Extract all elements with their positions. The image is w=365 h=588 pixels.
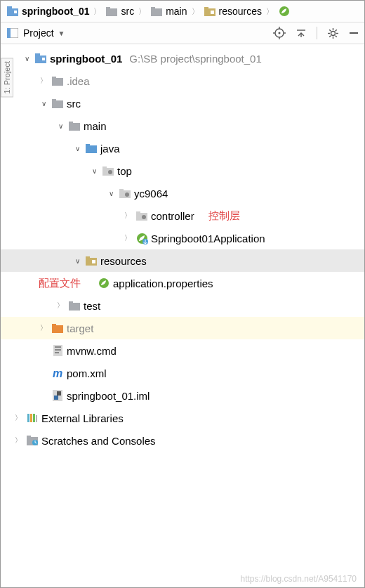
spring-file-icon <box>278 5 291 18</box>
tree-label: test <box>84 300 100 312</box>
chevron-right-icon[interactable]: 〉 <box>39 76 48 86</box>
chevron-down-icon[interactable]: ∨ <box>89 167 99 175</box>
package-icon <box>135 209 148 222</box>
tree-label: .idea <box>67 75 90 87</box>
project-tree: ∨ springboot_01 G:\SB project\springboot… <box>1 44 364 452</box>
chevron-down-icon[interactable]: ∨ <box>106 190 116 197</box>
package-icon <box>102 164 114 177</box>
svg-rect-63 <box>55 349 61 351</box>
watermark: https://blog.csdn.net/A9541170 <box>241 574 357 584</box>
breadcrumb-label: springboot_01 <box>22 6 89 17</box>
module-icon <box>6 5 19 18</box>
svg-rect-68 <box>57 391 61 396</box>
svg-rect-6 <box>151 7 155 9</box>
svg-rect-43 <box>102 166 107 169</box>
tree-label: main <box>84 120 107 132</box>
chevron-down-icon[interactable]: ∨ <box>72 257 82 265</box>
chevron-down-icon[interactable]: ∨ <box>22 55 32 63</box>
svg-rect-55 <box>92 260 95 263</box>
tree-row-resources[interactable]: ∨ resources <box>1 249 364 272</box>
chevron-right-icon[interactable]: 〉 <box>13 413 23 423</box>
separator <box>317 27 317 39</box>
hide-icon[interactable] <box>349 28 359 38</box>
svg-rect-1 <box>7 6 12 9</box>
tree-row-yc[interactable]: ∨ yc9064 <box>1 182 364 204</box>
breadcrumb-item-springboot[interactable]: springboot_01 <box>6 5 89 18</box>
gear-icon[interactable] <box>327 27 339 39</box>
source-folder-icon <box>85 142 98 155</box>
tree-row-app-class[interactable]: 〉 Springboot01Application <box>1 227 364 249</box>
tree-row-top[interactable]: ∨ top <box>1 159 364 182</box>
annotation-props: 配置文件 <box>39 277 81 290</box>
svg-rect-69 <box>27 414 29 422</box>
tree-row-scratches[interactable]: 〉 Scratches and Consoles <box>1 429 364 452</box>
svg-rect-54 <box>86 256 90 259</box>
breadcrumb: springboot_01 〉 src 〉 main 〉 resources 〉 <box>1 1 364 22</box>
collapse-all-icon[interactable] <box>296 27 307 39</box>
svg-rect-34 <box>52 78 63 86</box>
tree-label: java <box>100 143 120 155</box>
breadcrumb-item-main[interactable]: main <box>150 5 187 18</box>
spring-class-icon <box>135 232 148 244</box>
locate-icon[interactable] <box>273 27 286 39</box>
breadcrumb-label: src <box>121 6 134 17</box>
svg-rect-36 <box>52 100 63 108</box>
tree-row-idea[interactable]: 〉 .idea <box>1 70 364 92</box>
chevron-right-icon[interactable]: 〉 <box>13 436 23 445</box>
svg-rect-30 <box>350 32 358 34</box>
svg-point-50 <box>142 215 146 219</box>
chevron-down-icon[interactable]: ∨ <box>55 122 65 130</box>
tree-row-java[interactable]: ∨ java <box>1 137 364 159</box>
tree-row-controller[interactable]: 〉 controller 控制层 <box>1 204 364 227</box>
svg-rect-40 <box>86 145 97 153</box>
tree-label: pom.xml <box>67 367 107 379</box>
breadcrumb-label: resources <box>219 6 262 17</box>
tree-row-mvnw[interactable]: · mvnw.cmd <box>1 339 364 362</box>
tree-row-iml[interactable]: · springboot_01.iml <box>1 384 364 407</box>
chevron-right-icon[interactable]: 〉 <box>123 211 133 221</box>
scratches-icon <box>26 434 39 447</box>
chevron-right-icon[interactable]: 〉 <box>55 301 65 311</box>
view-label: Project <box>23 27 54 39</box>
chevron-down-icon[interactable]: ∨ <box>72 145 82 152</box>
svg-text:m: m <box>53 367 62 379</box>
tree-label: Springboot01Application <box>151 233 265 244</box>
resources-folder-icon <box>85 254 98 267</box>
tree-row-target[interactable]: 〉 target <box>1 317 364 339</box>
file-icon <box>51 344 64 357</box>
svg-rect-35 <box>52 77 56 79</box>
breadcrumb-item-src[interactable]: src <box>105 5 134 18</box>
breadcrumb-item-resources[interactable]: resources <box>204 5 262 18</box>
svg-rect-32 <box>35 53 40 56</box>
folder-icon <box>68 119 81 132</box>
tree-row-main[interactable]: ∨ main <box>1 115 364 137</box>
tree-row-app-props[interactable]: 配置文件 application.properties <box>1 272 364 294</box>
svg-rect-64 <box>55 352 59 353</box>
chevron-right-icon[interactable]: 〉 <box>39 323 48 333</box>
module-file-icon <box>51 389 64 402</box>
chevron-down-icon[interactable]: ∨ <box>39 100 48 107</box>
tree-row-src[interactable]: ∨ src <box>1 92 364 115</box>
tree-label: springboot_01.iml <box>67 390 150 402</box>
tree-path: G:\SB project\springboot_01 <box>129 53 261 65</box>
svg-rect-38 <box>69 123 80 131</box>
project-tab[interactable]: 1: Project <box>1 58 13 97</box>
tree-label: resources <box>100 255 147 267</box>
tree-row-test[interactable]: 〉 test <box>1 294 364 317</box>
svg-rect-62 <box>55 346 61 348</box>
tree-row-root[interactable]: ∨ springboot_01 G:\SB project\springboot… <box>1 47 364 70</box>
chevron-right-icon: 〉 <box>93 6 101 17</box>
tree-row-external-libs[interactable]: 〉 External Libraries <box>1 407 364 429</box>
svg-rect-49 <box>136 211 140 214</box>
svg-rect-3 <box>106 8 117 16</box>
svg-rect-2 <box>14 11 17 13</box>
chevron-right-icon: 〉 <box>266 6 274 17</box>
tree-row-pom[interactable]: · m pom.xml <box>1 362 364 384</box>
project-tool-header: Project ▼ <box>1 22 364 44</box>
library-icon <box>26 412 39 424</box>
chevron-right-icon[interactable]: 〉 <box>123 233 133 243</box>
tree-label: target <box>67 322 93 334</box>
maven-icon: m <box>51 367 64 379</box>
view-selector[interactable]: Project ▼ <box>6 27 65 39</box>
svg-rect-57 <box>69 303 80 311</box>
